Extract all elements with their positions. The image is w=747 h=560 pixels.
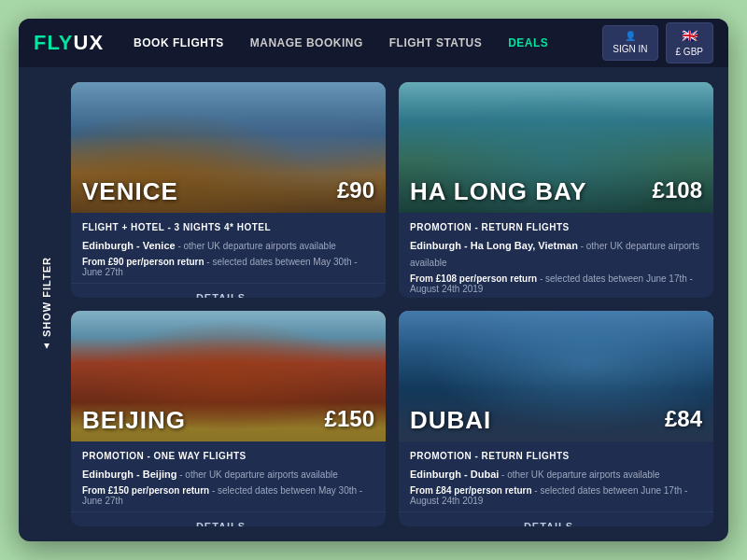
- logo-ux: UX: [74, 31, 105, 54]
- nav-right: 👤 SIGN IN 🇬🇧 £ GBP: [602, 22, 713, 63]
- route-beijing: Edinburgh - Beijing - other UK departure…: [82, 465, 374, 482]
- route-other-beijing: - other UK departure airports available: [176, 469, 337, 480]
- card-title-price: DUBAI £84: [399, 311, 713, 441]
- details-label-dubai: DETAILS: [524, 521, 573, 526]
- destination-venice: VENICE: [82, 179, 178, 203]
- price-venice: £90: [337, 177, 374, 203]
- route-venice: Edinburgh - Venice - other UK departure …: [82, 236, 374, 253]
- price-dubai: £84: [665, 406, 702, 432]
- navbar: FLYUX BOOK FLIGHTS MANAGE BOOKING FLIGHT…: [19, 19, 728, 67]
- card-info-halong: PROMOTION - RETURN FLIGHTS Edinburgh - H…: [399, 213, 713, 298]
- card-info-dubai: PROMOTION - RETURN FLIGHTS Edinburgh - D…: [399, 441, 713, 511]
- deal-card-beijing: BEIJING £150 PROMOTION - ONE WAY FLIGHTS…: [71, 311, 386, 526]
- route-main-venice: Edinburgh - Venice: [82, 240, 176, 251]
- price-info-venice: From £90 per/person return - selected da…: [82, 257, 374, 277]
- details-button-beijing[interactable]: DETAILS ⌄: [71, 511, 386, 526]
- nav-book-flights[interactable]: BOOK FLIGHTS: [134, 36, 224, 49]
- logo-fly: FLY: [34, 31, 74, 54]
- logo: FLYUX: [34, 31, 104, 55]
- price-info-beijing: From £150 per/person return - selected d…: [82, 485, 374, 506]
- details-button-dubai[interactable]: DETAILS ⌄: [399, 511, 713, 526]
- promo-type-beijing: PROMOTION - ONE WAY FLIGHTS: [82, 451, 374, 461]
- deal-card-venice: VENICE £90 FLIGHT + HOTEL - 3 NIGHTS 4* …: [71, 82, 386, 298]
- card-title-price: BEIJING £150: [71, 311, 386, 441]
- card-image-venice: VENICE £90: [71, 82, 386, 213]
- route-other-venice: - other UK departure airports available: [176, 241, 336, 251]
- details-label-venice: DETAILS: [196, 292, 246, 298]
- chevron-down-icon: ⌄: [251, 520, 261, 526]
- deal-card-dubai: DUBAI £84 PROMOTION - RETURN FLIGHTS Edi…: [399, 311, 713, 526]
- card-image-beijing: BEIJING £150: [71, 311, 386, 441]
- nav-flight-status[interactable]: FLIGHT STATUS: [389, 36, 482, 49]
- currency-button[interactable]: 🇬🇧 £ GBP: [666, 22, 713, 63]
- price-from-halong: From £108 per/person return: [410, 273, 537, 284]
- card-title-price: VENICE £90: [71, 82, 386, 213]
- card-info-venice: FLIGHT + HOTEL - 3 NIGHTS 4* HOTEL Edinb…: [71, 213, 386, 283]
- details-label-beijing: DETAILS: [196, 521, 246, 526]
- user-icon: 👤: [625, 30, 636, 43]
- card-info-beijing: PROMOTION - ONE WAY FLIGHTS Edinburgh - …: [71, 441, 386, 511]
- route-main-dubai: Edinburgh - Dubai: [410, 469, 499, 480]
- currency-label: £ GBP: [676, 46, 703, 59]
- route-other-dubai: - other UK departure airports available: [499, 469, 659, 480]
- destination-beijing: BEIJING: [82, 408, 186, 432]
- destination-halong: HA LONG BAY: [410, 179, 587, 203]
- route-main-halong: Edinburgh - Ha Long Bay, Vietman: [410, 240, 578, 251]
- card-image-dubai: DUBAI £84: [399, 311, 713, 441]
- price-info-dubai: From £84 per/person return - selected da…: [410, 485, 702, 506]
- route-dubai: Edinburgh - Dubai - other UK departure a…: [410, 465, 702, 482]
- deal-card-halong: HA LONG BAY £108 PROMOTION - RETURN FLIG…: [399, 82, 713, 298]
- price-info-halong: From £108 per/person return - selected d…: [410, 273, 702, 294]
- route-halong: Edinburgh - Ha Long Bay, Vietman - other…: [410, 236, 702, 270]
- price-from-dubai: From £84 per/person return: [410, 485, 532, 496]
- promo-type-halong: PROMOTION - RETURN FLIGHTS: [410, 222, 702, 232]
- browser-window: FLYUX BOOK FLIGHTS MANAGE BOOKING FLIGHT…: [19, 19, 728, 541]
- promo-type-venice: FLIGHT + HOTEL - 3 NIGHTS 4* HOTEL: [82, 222, 374, 232]
- chevron-down-icon: ⌄: [579, 520, 588, 526]
- filter-arrow-icon: ▲: [42, 341, 52, 352]
- sign-in-label: SIGN IN: [613, 43, 647, 56]
- price-beijing: £150: [325, 406, 374, 432]
- route-main-beijing: Edinburgh - Beijing: [82, 469, 176, 480]
- promo-type-dubai: PROMOTION - RETURN FLIGHTS: [410, 451, 702, 461]
- nav-links: BOOK FLIGHTS MANAGE BOOKING FLIGHT STATU…: [134, 36, 602, 49]
- show-filter-label: SHOW FILTER: [41, 257, 52, 337]
- price-from-beijing: From £150 per/person return: [82, 485, 209, 496]
- nav-manage-booking[interactable]: MANAGE BOOKING: [250, 36, 363, 49]
- chevron-down-icon: ⌄: [251, 291, 261, 298]
- deals-grid: VENICE £90 FLIGHT + HOTEL - 3 NIGHTS 4* …: [71, 82, 713, 526]
- card-image-halong: HA LONG BAY £108: [399, 82, 713, 213]
- flag-icon: 🇬🇧: [682, 27, 698, 46]
- sign-in-button[interactable]: 👤 SIGN IN: [602, 25, 657, 61]
- nav-deals[interactable]: DEALS: [508, 36, 548, 49]
- price-halong: £108: [653, 177, 702, 203]
- main-content: ▲ SHOW FILTER VENICE £90 FLIGHT + HOTEL …: [19, 67, 728, 541]
- show-filter-button[interactable]: ▲ SHOW FILTER: [41, 257, 52, 352]
- sidebar: ▲ SHOW FILTER: [34, 82, 60, 526]
- price-from-venice: From £90 per/person return: [82, 257, 204, 267]
- details-button-venice[interactable]: DETAILS ⌄: [71, 283, 386, 298]
- card-title-price: HA LONG BAY £108: [399, 82, 713, 213]
- destination-dubai: DUBAI: [410, 408, 491, 432]
